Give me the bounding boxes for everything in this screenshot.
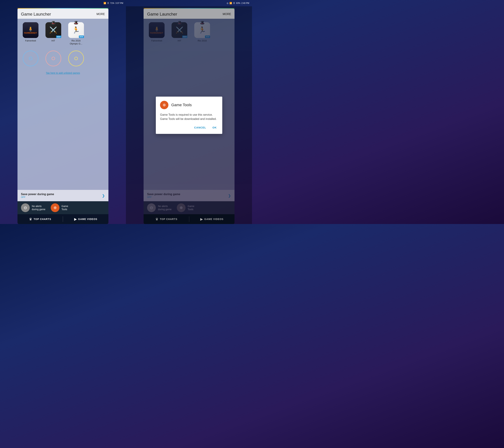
placeholder-slots-left [18, 47, 108, 70]
game-name-fahrenheit-left: Fahrenheit [25, 39, 36, 42]
signal-icon-left: ☰ [107, 2, 109, 4]
hit-icon-left: 🎩 ⚔️ NEW [45, 22, 61, 38]
wifi-icon-right: 📶 [230, 2, 232, 4]
signal-icon-right: ☰ [233, 2, 235, 4]
dialog-actions: CANCEL OK [160, 125, 218, 130]
slot-3[interactable] [67, 49, 86, 68]
wifi-icon-left: 📶 [104, 2, 106, 4]
game-videos-label-left: GAME VIDEOS [78, 218, 97, 221]
game-tools-label-left: Game Tools [62, 205, 68, 211]
phone-card-left: Game Launcher MORE 🧍 FAHRENHEIT Fahrenhe… [18, 8, 108, 224]
hit-hat-icon: 🎩 [51, 20, 56, 25]
top-charts-label-left: TOP CHARTS [34, 218, 51, 221]
add-slot-blue-inner [29, 57, 32, 60]
battery-left: 71% [110, 2, 114, 4]
screen-left: Game Launcher MORE 🧍 FAHRENHEIT Fahrenhe… [0, 6, 126, 224]
fahrenheit-label: FAHRENHEIT [24, 32, 37, 34]
fahrenheit-icon-left: 🧍 FAHRENHEIT [23, 22, 38, 38]
save-power-chevron-left: ❯ [102, 194, 105, 198]
add-slot-yellow-inner [74, 57, 78, 60]
dialog-cancel-button[interactable]: CANCEL [193, 125, 208, 130]
no-alerts-label-left: No alerts during game [32, 205, 45, 211]
save-power-left[interactable]: Save power during game OFF ❯ [18, 190, 108, 201]
slot-1[interactable] [21, 49, 40, 68]
top-charts-btn-left[interactable]: ♛ TOP CHARTS [18, 214, 63, 224]
save-power-title-left: Save power during game [21, 193, 54, 196]
slot-2[interactable] [44, 49, 63, 68]
hit-new-badge-left: NEW [56, 36, 61, 38]
game-name-hit-left: HIT [52, 39, 55, 42]
rio-new-badge-left: NEW [79, 36, 84, 38]
save-power-text-left: Save power during game OFF [21, 193, 54, 198]
time-right: 2:40 PM [241, 2, 249, 4]
fahrenheit-figure: 🧍 [27, 26, 34, 32]
gamepad-icon-left: ⊕ [54, 205, 57, 210]
status-bar-left: 📶 ☰ 71% 3:37 PM [0, 0, 126, 6]
rio-icon-left: 🎩 🏃 NEW [68, 22, 84, 38]
bottom-bar-left: ♛ TOP CHARTS ▶ GAME VIDEOS [18, 214, 108, 224]
game-videos-btn-left[interactable]: ▶ GAME VIDEOS [63, 214, 108, 224]
status-bar-right: ◎ 📶 ☰ 83% 2:40 PM [126, 0, 252, 6]
add-slot-blue [23, 51, 38, 66]
dialog-title: Game Tools [171, 103, 192, 107]
game-tools-tool-left[interactable]: ⊕ Game Tools [51, 203, 68, 212]
more-button-left[interactable]: MORE [96, 13, 105, 16]
top-charts-icon-left: ♛ [29, 217, 32, 221]
gamepad-dialog-icon: ⊕ [163, 103, 166, 107]
dialog-ok-button[interactable]: OK [211, 125, 218, 130]
dialog-body: Game Tools is required to use this servi… [160, 113, 218, 121]
add-slot-pink [45, 51, 61, 66]
game-tools-dialog: ⊕ Game Tools Game Tools is required to u… [156, 97, 222, 134]
dialog-game-tools-icon: ⊕ [160, 101, 168, 109]
game-item-hit-left[interactable]: 🎩 ⚔️ NEW HIT [44, 22, 63, 45]
game-videos-icon-left: ▶ [74, 217, 77, 221]
app-header-left: Game Launcher MORE [18, 9, 108, 19]
add-games-link-left[interactable]: Tap here to add unlisted games [18, 70, 108, 78]
dialog-overlay: ⊕ Game Tools Game Tools is required to u… [126, 6, 252, 224]
game-name-rio-left: Rio 2016 Olympic G... [70, 39, 82, 45]
battery-right: 83% [236, 2, 240, 4]
quick-tools-left: ⊖ No alerts during game ⊕ Game Tools [18, 201, 108, 214]
location-icon-right: ◎ [227, 2, 228, 4]
screen-right: Game Launcher MORE 🧍 FAHRENHEIT Fahrenhe… [126, 6, 252, 224]
rio-figure: 🏃 [72, 26, 80, 34]
rio-hat-icon: 🎩 [74, 20, 78, 25]
time-left: 3:37 PM [115, 2, 123, 4]
game-item-rio-left[interactable]: 🎩 🏃 NEW Rio 2016 Olympic G... [67, 22, 86, 45]
dialog-header: ⊕ Game Tools [160, 101, 218, 109]
save-power-status-left: OFF [21, 196, 54, 198]
game-tools-icon-left: ⊕ [51, 203, 59, 212]
app-body-left: 🧍 FAHRENHEIT Fahrenheit 🎩 ⚔️ [18, 19, 108, 214]
status-bars: 📶 ☰ 71% 3:37 PM ◎ 📶 ☰ 83% 2:40 PM [0, 0, 252, 6]
add-slot-pink-inner [52, 57, 55, 60]
add-slot-yellow [68, 51, 84, 66]
no-alerts-icon-left: ⊖ [21, 203, 30, 212]
hit-figure: ⚔️ [49, 26, 57, 34]
screens-container: Game Launcher MORE 🧍 FAHRENHEIT Fahrenhe… [0, 6, 252, 224]
minus-icon-left: ⊖ [24, 205, 27, 210]
app-title-left: Game Launcher [21, 12, 51, 17]
games-grid-left: 🧍 FAHRENHEIT Fahrenheit 🎩 ⚔️ [18, 19, 108, 47]
game-item-fahrenheit-left[interactable]: 🧍 FAHRENHEIT Fahrenheit [21, 22, 40, 45]
fahrenheit-icon-img: 🧍 FAHRENHEIT [23, 22, 38, 38]
no-alerts-tool-left[interactable]: ⊖ No alerts during game [21, 203, 45, 212]
